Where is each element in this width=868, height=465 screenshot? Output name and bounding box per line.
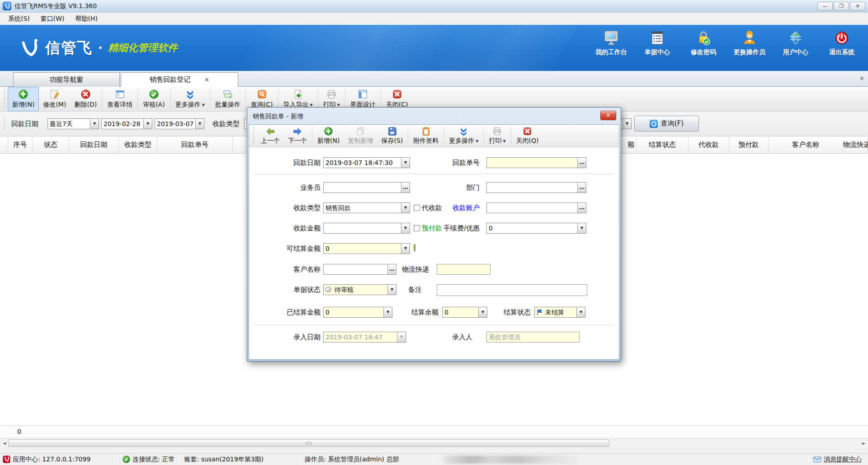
menu-window[interactable]: 窗口(W) (36, 14, 69, 24)
date-range-combo[interactable]: 最近7天▼ (47, 118, 99, 129)
dropdown-icon[interactable]: ▼ (383, 307, 392, 317)
window-titlebar[interactable]: 信管飞RMS专业版 V9.1.360 — ❐ ✕ (0, 0, 868, 13)
ellipsis-icon[interactable]: … (577, 158, 586, 168)
column-header-seq[interactable]: 序号 (8, 136, 33, 154)
dropdown-icon[interactable]: ▼ (90, 119, 99, 129)
toolbar-edit-button[interactable]: 修改(M) (39, 87, 70, 111)
dropdown-icon[interactable]: ▼ (143, 119, 152, 129)
column-header-receipt-no[interactable]: 回款单号 (157, 136, 233, 154)
dialog-add-button[interactable]: 新增(N) (313, 125, 344, 147)
scroll-left-icon[interactable]: ◄ (0, 439, 8, 447)
date-from-combo[interactable]: 2019-02-28▼ (101, 118, 152, 129)
minimize-button[interactable]: — (817, 2, 833, 11)
column-header-logistics[interactable]: 物流快递 (843, 136, 868, 154)
dialog-toolbar-grip[interactable] (252, 127, 255, 145)
column-header-payment-date[interactable]: 回款日期 (69, 136, 119, 154)
scroll-right-icon[interactable]: ► (860, 439, 868, 447)
hint-bulb-icon[interactable] (414, 244, 421, 253)
dialog-attachments-button[interactable]: 附件资料 (409, 125, 443, 147)
toolbar-grip[interactable] (3, 89, 6, 109)
tab-sales-payment[interactable]: 销售回款登记 ✕ (121, 72, 238, 87)
dropdown-icon[interactable]: ▼ (401, 244, 410, 254)
receipt-no-input[interactable]: … (486, 157, 586, 168)
account-input[interactable]: … (486, 202, 586, 213)
dialog-prev-button[interactable]: 上一个 (257, 125, 284, 147)
dialog-titlebar[interactable]: 销售回款单 - 新增 ✕ (249, 109, 619, 124)
doc-status-combo[interactable]: 待审核▼ (323, 284, 396, 295)
nav-exit-system[interactable]: 退出系统 (822, 30, 862, 56)
scrollbar-thumb[interactable] (8, 439, 609, 447)
dropdown-icon[interactable]: ▼ (478, 307, 487, 317)
column-header-proxy[interactable]: 代收款 (689, 136, 729, 154)
account-link[interactable]: 收款账户 (426, 202, 480, 213)
dialog-next-button[interactable]: 下一个 (284, 125, 311, 147)
dialog-more-actions-button[interactable]: 更多操作▼ (445, 125, 482, 147)
dialog-close-button[interactable]: ✕ (600, 111, 616, 120)
fee-combo[interactable]: 0▼ (486, 223, 586, 234)
salesman-input[interactable]: … (323, 182, 410, 193)
menu-system[interactable]: 系统(S) (4, 14, 34, 24)
nav-label: 修改密码 (691, 48, 716, 56)
dialog-save-button[interactable]: 保存(S) (377, 125, 407, 147)
toolbar-delete-button[interactable]: 删除(D) (70, 87, 101, 111)
query-button[interactable]: 查询(F) (634, 116, 699, 132)
nav-user-center[interactable]: 用户中心 (776, 30, 816, 56)
tab-function-nav[interactable]: 功能导航窗 (13, 72, 120, 87)
dropdown-icon[interactable]: ▼ (401, 158, 410, 168)
dropdown-icon[interactable]: ▼ (576, 307, 585, 317)
ellipsis-icon[interactable]: … (387, 264, 396, 274)
nav-switch-operator[interactable]: 更换操作员 (730, 30, 769, 56)
close-button[interactable]: ✕ (850, 2, 865, 11)
column-header-settle-status[interactable]: 结算状态 (637, 136, 689, 154)
nav-my-workbench[interactable]: 我的工作台 (591, 30, 631, 56)
toolbar-audit-button[interactable]: 审核(A) (139, 87, 169, 111)
proxy-checkbox[interactable] (414, 205, 420, 211)
toolbar-separator (210, 89, 210, 109)
nav-change-password[interactable]: 修改密码 (684, 30, 723, 56)
prepaid-checkbox[interactable] (414, 225, 420, 231)
logistics-input[interactable] (437, 264, 491, 275)
customer-input[interactable]: … (323, 264, 396, 275)
ellipsis-icon[interactable]: … (577, 203, 586, 213)
toolbar-more-actions-button[interactable]: 更多操作▼ (171, 87, 209, 111)
ellipsis-icon[interactable]: … (577, 183, 586, 193)
toolbar-view-detail-button[interactable]: 查看详情 (103, 87, 137, 111)
combo-value: 待审核 (333, 285, 387, 295)
dropdown-icon[interactable]: ▼ (195, 119, 204, 129)
dialog-copy-add-button[interactable]: 复制新增 (344, 125, 377, 147)
settleable-combo[interactable]: 0▼ (323, 243, 410, 254)
balance-combo[interactable]: 0▼ (442, 307, 487, 318)
column-header-payment-type[interactable]: 收款类型 (119, 136, 157, 154)
remark-input[interactable] (437, 284, 587, 296)
column-header-prepaid[interactable]: 预付款 (729, 136, 769, 154)
settle-status-combo[interactable]: 未结算▼ (534, 307, 585, 318)
payment-type-field-combo[interactable]: 销售回款▼ (323, 202, 410, 213)
payment-date-combo[interactable]: 2019-03-07 18:47:30▼ (323, 157, 410, 168)
nav-label: 用户中心 (783, 48, 808, 56)
column-header-status[interactable]: 状态 (33, 136, 69, 154)
ellipsis-icon[interactable]: … (401, 183, 410, 193)
tabbar-close-icon[interactable]: ✕ (859, 75, 864, 82)
message-center-link[interactable]: 消息提醒中心 (824, 456, 862, 464)
settled-combo[interactable]: 0▼ (323, 307, 392, 318)
horizontal-scrollbar[interactable]: ◄ ► (0, 438, 868, 448)
dropdown-icon[interactable]: ▼ (577, 223, 586, 233)
nav-document-center[interactable]: 单据中心 (637, 30, 677, 56)
filter-grip[interactable] (3, 116, 6, 132)
amount-combo[interactable]: ▼ (323, 223, 410, 234)
toolbar-batch-actions-button[interactable]: 批量操作 (211, 87, 245, 111)
dialog-print-button[interactable]: 打印▼ (485, 125, 509, 147)
dropdown-icon[interactable]: ▼ (401, 203, 410, 213)
toolbar-add-button[interactable]: 新增(N) (8, 87, 39, 111)
dropdown-icon[interactable]: ▼ (623, 119, 631, 129)
department-input[interactable]: … (486, 182, 586, 193)
column-header-customer[interactable]: 客户名称 (769, 136, 843, 154)
dropdown-icon[interactable]: ▼ (401, 223, 410, 233)
maximize-button[interactable]: ❐ (834, 2, 849, 11)
menu-help[interactable]: 帮助(H) (71, 14, 102, 24)
dropdown-icon[interactable]: ▼ (387, 285, 396, 295)
status-message-center[interactable]: 消息提醒中心 (813, 456, 862, 464)
tab-close-icon[interactable]: ✕ (204, 76, 209, 83)
date-to-combo[interactable]: 2019-03-07▼ (155, 118, 204, 129)
dialog-close-action-button[interactable]: 关闭(Q) (512, 125, 543, 147)
